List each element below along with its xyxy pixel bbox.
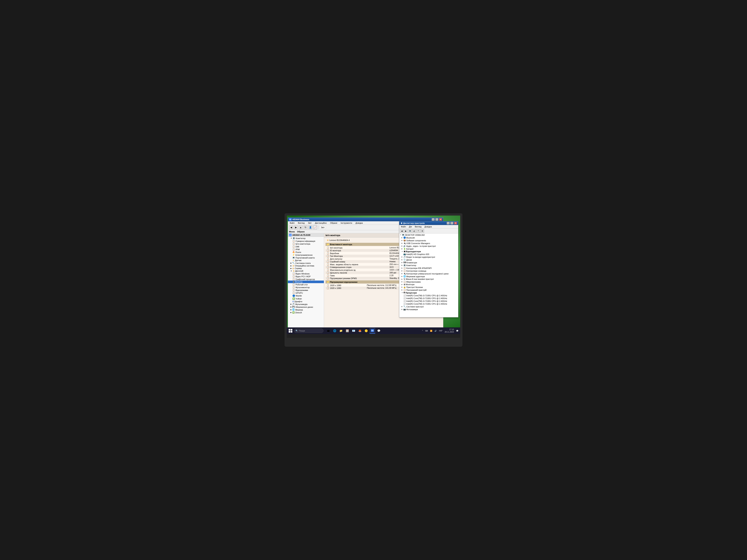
sidebar-item-overclock[interactable]: 🔥 Розгін [288, 251, 324, 254]
dm-cpu0-item[interactable]: ⬜ Intel(R) Core(TM) i3-7100U CPU @ 2.40G… [399, 294, 458, 297]
dm-cpu2-item[interactable]: ⬜ Intel(R) Core(TM) i3-7100U CPU @ 2.40G… [399, 300, 458, 302]
dm-titlebar-controls[interactable]: ─ □ ✕ [447, 222, 457, 224]
tray-keyboard[interactable]: ⌨ [424, 329, 429, 332]
sidebar-item-computer-name[interactable]: 📋 Ім'я комп'ютера [288, 242, 324, 245]
dm-intel-hd620-item[interactable]: 📺 Intel(R) HD Graphics 620 [399, 253, 458, 256]
titlebar-controls[interactable]: ─ □ ✕ [432, 218, 442, 221]
dm-disks-item[interactable]: ▶ 💿 Диски [399, 258, 458, 261]
user-button[interactable]: 👤 [308, 225, 312, 230]
refresh-button[interactable]: ↻ [304, 225, 308, 230]
chart-button[interactable]: 📈 [313, 225, 317, 230]
sidebar-item-computer[interactable]: ▼ 💻 Комп'ютер [288, 237, 324, 240]
dm-cpu1-item[interactable]: ⬜ Intel(R) Core(TM) i3-7100U CPU @ 2.40G… [399, 297, 458, 300]
dm-battery-item[interactable]: ▶ 🔋 Батареї [399, 247, 458, 250]
sidebar-item-gpu[interactable]: 📋 Графічний процесор [288, 278, 324, 281]
taskbar-app-store[interactable]: 🪟 [344, 328, 350, 334]
dm-computer-btn[interactable]: 💻 [408, 229, 412, 233]
dm-minimize-button[interactable]: ─ [447, 222, 449, 224]
system-clock[interactable]: 17:10 28.11.2023 [444, 328, 455, 334]
sidebar-item-display[interactable]: ▼ 🖥 Дисплей [288, 270, 324, 272]
sidebar-item-server[interactable]: ▶ 🖧 Сервер [288, 267, 324, 270]
sidebar-item-videomodes[interactable]: 📋 Відеорежими [288, 289, 324, 292]
dm-cameras-item[interactable]: ▶ 📷 Фотокамери [399, 308, 458, 311]
dm-firmware-item[interactable]: ▶ 📋 Мікропрограма: [399, 281, 458, 283]
favorites-label[interactable]: Обране [297, 231, 305, 233]
sidebar-item-mainboard[interactable]: ▶ 🔧 Системна плата [288, 262, 324, 264]
dm-menu-view[interactable]: Вигляд [414, 225, 422, 228]
sidebar-item-video-windows[interactable]: 📋 Відео Windows [288, 272, 324, 275]
dm-back-btn[interactable]: ◀ [400, 229, 404, 233]
tray-volume[interactable]: 🔊 [434, 329, 437, 332]
dm-menu-action[interactable]: Дія [408, 225, 412, 228]
taskbar-app-mail[interactable]: 📧 [351, 328, 357, 334]
dm-usb-connectors-item[interactable]: ▶ 🔌 USB Connector Managers [399, 242, 458, 245]
dm-audio-io-item[interactable]: ▶ 🎵 Вхідні та вихідні аудіопристрої [399, 256, 458, 258]
dm-menu-help[interactable]: Довідка [424, 225, 432, 228]
dm-network-adapters-item[interactable]: ▶ 🌐 Мережеві адаптери [399, 275, 458, 278]
taskbar-app-mountain[interactable]: 🏔 [325, 328, 331, 334]
dm-keyboards-item[interactable]: ▶ ⌨ Клавіатури [399, 261, 458, 264]
tray-expand[interactable]: ^ [421, 329, 424, 332]
menu-tools[interactable]: Інструменти [340, 222, 353, 224]
dm-root-item[interactable]: ▼ 💻 DESKTOP-O08ACAD [399, 234, 458, 236]
sidebar-item-fonts[interactable]: A Шрифти [288, 300, 324, 303]
sidebar-item-dmi[interactable]: 📋 DMI [288, 245, 324, 248]
back-button[interactable]: ◀ [289, 225, 293, 230]
sidebar-item-ipmi[interactable]: 📋 IPMI [288, 248, 324, 251]
sidebar-item-directx[interactable]: ▶ ❎ DirectX [288, 311, 324, 314]
sidebar-item-os[interactable]: ▶ 🖥 Операційна система [288, 264, 324, 267]
menu-label[interactable]: Меню [289, 231, 295, 233]
menu-remote[interactable]: Дистанційно [314, 222, 327, 224]
sidebar-item-vulkan[interactable]: ❎ Vulkan [288, 297, 324, 300]
search-bar[interactable]: 🔍 Пошук [294, 328, 324, 333]
taskbar-app-edge[interactable]: 🌐 [332, 328, 338, 334]
tray-network[interactable]: 📶 [429, 329, 433, 332]
dm-monitors-item[interactable]: ▶ 🖥 Монітори [399, 283, 458, 286]
sidebar-item-mantle[interactable]: 🔵 Mantle [288, 294, 324, 297]
dm-audio-item[interactable]: ▶ 🔊 Аудіо-, відео- та ігрові пристрої [399, 245, 458, 247]
dm-mice-item[interactable]: ▶ 🖱 Миша й інші вказівні пристрої [399, 278, 458, 281]
close-button[interactable]: ✕ [439, 218, 442, 221]
dm-cpu3-item[interactable]: ⬜ Intel(R) Core(TM) i3-7100U CPU @ 2.40G… [399, 302, 458, 305]
dm-video-adapters-item[interactable]: ▼ 🖥 Відеоадаптери [399, 250, 458, 253]
forward-button[interactable]: ▶ [294, 225, 298, 230]
tray-notifications[interactable]: 💬 [455, 329, 459, 332]
sidebar-item-sensor[interactable]: 🌡 Датчик [288, 259, 324, 262]
dm-help-btn[interactable]: ? [416, 229, 420, 233]
sidebar-item-video-pci[interactable]: 📋 Відео PCI / AGP [288, 275, 324, 278]
menu-file[interactable]: Файл [289, 222, 295, 224]
maximize-button[interactable]: □ [435, 218, 438, 221]
dm-software-device-item[interactable]: ▶ 📋 Програмний пристрій [399, 289, 458, 291]
dm-forward-btn[interactable]: ▶ [404, 229, 408, 233]
taskbar-app-chrome[interactable]: 🟡 [363, 328, 369, 334]
dm-print-btn[interactable]: 🖨 [412, 229, 416, 233]
sidebar-item-gpgpu[interactable]: 📋 GPGPU [288, 292, 324, 294]
dm-bluetooth-item[interactable]: ▶ 🔵 Bluetooth [399, 236, 458, 239]
menu-help[interactable]: Довідка [355, 222, 363, 224]
dm-maximize-button[interactable]: □ [450, 222, 453, 224]
sidebar-item-desktop[interactable]: 📋 Робочий стіл [288, 283, 324, 286]
dm-system-devices-item[interactable]: ▶ 🔧 Системні пристрої [399, 305, 458, 308]
sidebar-item-multimonitor[interactable]: 📋 Мультимонітор [288, 286, 324, 289]
menu-view[interactable]: Вигляд [298, 222, 305, 224]
dm-software-components-item[interactable]: ▶ 📦 Software components [399, 239, 458, 242]
dm-close-button[interactable]: ✕ [454, 222, 457, 224]
dm-processors-item[interactable]: ▼ ⚙ Процесори [399, 291, 458, 294]
sidebar-item-portable[interactable]: 💻 Портативний комп'ю [288, 256, 324, 259]
sidebar-item-power[interactable]: ⚡ Електроживлення [288, 254, 324, 256]
tray-language[interactable]: УКР [438, 329, 443, 332]
dm-security-item[interactable]: ▶ 🔒 Пристрої безпеки [399, 286, 458, 289]
sidebar-item-summary[interactable]: 📋 Сумарна інформація [288, 240, 324, 242]
dm-computer-item[interactable]: ▶ 💻 Комп'ютер [399, 264, 458, 267]
sidebar-item-network[interactable]: ▶ 🌐 Мережа [288, 308, 324, 311]
dm-usb-controllers-item[interactable]: ▶ 🔌 Контролери універсальної послідовної… [399, 272, 458, 275]
menu-favorites[interactable]: Обране [329, 222, 338, 224]
taskbar-app-explorer[interactable]: 📁 [338, 328, 344, 334]
taskbar-app-teams[interactable]: 💬 [376, 328, 382, 334]
taskbar-app-firefox[interactable]: 🦊 [357, 328, 363, 334]
start-button[interactable] [288, 328, 293, 334]
up-button[interactable]: ▲ [299, 225, 303, 230]
dm-storage-controllers-item[interactable]: ▶ 📋 Контролери сховища [399, 269, 458, 272]
menu-report[interactable]: Звіт [307, 222, 312, 224]
sidebar-item-monitor[interactable]: 🖥 Монітор [288, 281, 324, 283]
